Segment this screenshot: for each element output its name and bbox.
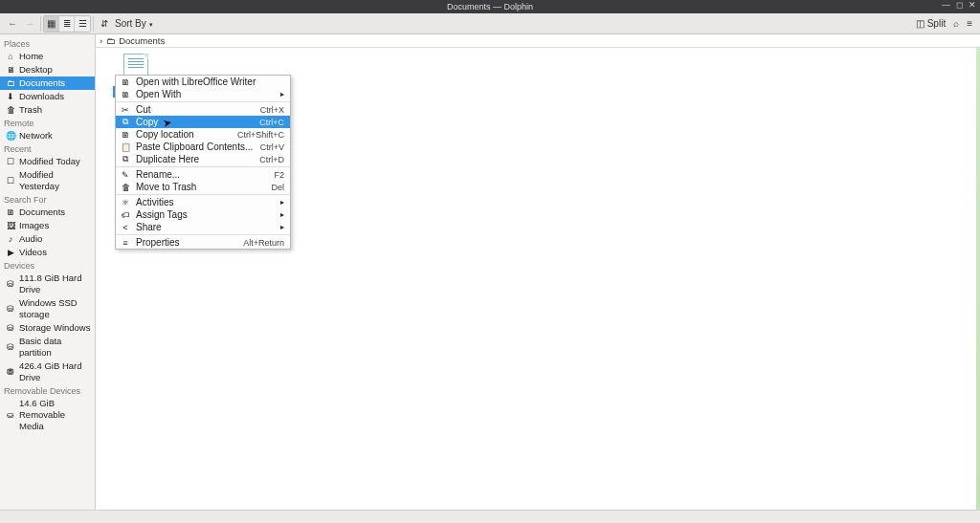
menu-item-label: Copy bbox=[136, 117, 255, 127]
sidebar-item-documents[interactable]: 🗀Documents bbox=[0, 76, 95, 90]
sidebar-item-111-8-gib-hard-drive[interactable]: ⛁111.8 GiB Hard Drive bbox=[0, 272, 95, 296]
sidebar-item-label: Trash bbox=[19, 104, 42, 116]
window-title: Documents — Dolphin bbox=[447, 2, 533, 11]
menu-item-icon: 📋 bbox=[120, 142, 131, 152]
menu-item-icon: < bbox=[120, 223, 131, 232]
breadcrumb[interactable]: › 🗀 Documents bbox=[96, 34, 980, 48]
menu-item-move-to-trash[interactable]: 🗑Move to TrashDel bbox=[116, 181, 290, 193]
file-grid[interactable]: 🗎Open with LibreOffice Writer🗎Open With▸… bbox=[96, 48, 980, 510]
sidebar-item-icon: ⛀ bbox=[6, 410, 15, 420]
sort-by-button[interactable]: Sort By ▾ bbox=[113, 18, 155, 29]
submenu-arrow-icon: ▸ bbox=[280, 198, 284, 207]
menu-item-icon: ✂ bbox=[120, 105, 131, 115]
sidebar-item-images[interactable]: 🖼Images bbox=[0, 219, 95, 232]
menu-item-icon: 🏷 bbox=[120, 210, 131, 220]
menu-item-activities[interactable]: ⚛Activities▸ bbox=[116, 196, 290, 208]
sidebar-item-downloads[interactable]: ⬇Downloads bbox=[0, 90, 95, 103]
toolbar: ← → ▦ ≣ ☰ ⇵ Sort By ▾ ◫Split ⌕ ≡ bbox=[0, 13, 980, 34]
icons-view-button[interactable]: ▦ bbox=[44, 16, 59, 32]
search-button[interactable]: ⌕ bbox=[949, 18, 963, 29]
sidebar-item-icon: ⌂ bbox=[6, 52, 15, 61]
sidebar-item-label: Network bbox=[19, 130, 53, 142]
scrollbar[interactable] bbox=[976, 48, 980, 510]
menu-item-icon: 🗑 bbox=[120, 183, 131, 192]
sidebar-item-desktop[interactable]: 🖥Desktop bbox=[0, 63, 95, 76]
sidebar-item-label: Home bbox=[19, 51, 43, 62]
menu-item-label: Share bbox=[136, 222, 276, 232]
sidebar-item-trash[interactable]: 🗑Trash bbox=[0, 103, 95, 117]
sidebar-item-icon: ♪ bbox=[6, 234, 15, 244]
sidebar-item-label: Basic data partition bbox=[19, 336, 91, 359]
menu-item-shortcut: Alt+Return bbox=[243, 238, 284, 248]
sidebar-item-modified-today[interactable]: ☐Modified Today bbox=[0, 155, 95, 168]
menu-item-open-with-libreoffice-writer[interactable]: 🗎Open with LibreOffice Writer bbox=[116, 76, 290, 88]
menu-item-shortcut: Ctrl+V bbox=[260, 142, 284, 152]
sidebar-item-icon: ▶ bbox=[6, 248, 15, 257]
sidebar-item-14-6-gib-removable-media[interactable]: ⛀14.6 GiB Removable Media bbox=[0, 397, 95, 433]
sidebar-item-storage-windows[interactable]: ⛁Storage Windows bbox=[0, 321, 95, 335]
sidebar-item-audio[interactable]: ♪Audio bbox=[0, 232, 95, 246]
sidebar-item-icon: 🗀 bbox=[6, 78, 15, 88]
menu-item-copy[interactable]: ⧉CopyCtrl+C bbox=[116, 116, 290, 128]
menu-item-copy-location[interactable]: 🗎Copy locationCtrl+Shift+C bbox=[116, 128, 290, 141]
sidebar-item-windows-ssd-storage[interactable]: ⛁Windows SSD storage bbox=[0, 296, 95, 321]
sidebar-item-426-4-gib-hard-drive[interactable]: ⛃426.4 GiB Hard Drive bbox=[0, 360, 95, 384]
sidebar-item-label: Modified Today bbox=[19, 156, 80, 167]
sidebar-item-label: Documents bbox=[19, 77, 65, 89]
hamburger-menu-button[interactable]: ≡ bbox=[963, 18, 976, 29]
menu-item-properties[interactable]: ≡PropertiesAlt+Return bbox=[116, 236, 290, 249]
submenu-arrow-icon: ▸ bbox=[280, 210, 284, 219]
minimize-icon[interactable]: — bbox=[942, 0, 950, 10]
menu-item-label: Duplicate Here bbox=[136, 154, 255, 164]
menu-item-shortcut: Ctrl+C bbox=[259, 118, 284, 127]
sidebar-item-label: Desktop bbox=[19, 64, 53, 76]
menu-item-label: Properties bbox=[136, 237, 238, 248]
view-mode-group: ▦ ≣ ☰ bbox=[43, 15, 91, 33]
menu-item-shortcut: Ctrl+Shift+C bbox=[237, 130, 284, 140]
sidebar-item-modified-yesterday[interactable]: ☐Modified Yesterday bbox=[0, 168, 95, 193]
compact-view-button[interactable]: ≣ bbox=[59, 16, 75, 32]
menu-item-icon: 🗎 bbox=[120, 77, 131, 87]
sidebar-item-label: Documents bbox=[19, 207, 65, 218]
menu-item-cut[interactable]: ✂CutCtrl+X bbox=[116, 103, 290, 116]
context-menu: 🗎Open with LibreOffice Writer🗎Open With▸… bbox=[115, 75, 291, 250]
separator bbox=[93, 16, 94, 32]
submenu-arrow-icon: ▸ bbox=[280, 223, 284, 231]
sidebar-item-home[interactable]: ⌂Home bbox=[0, 50, 95, 63]
back-button[interactable]: ← bbox=[4, 15, 21, 33]
sidebar-item-videos[interactable]: ▶Videos bbox=[0, 246, 95, 259]
menu-item-shortcut: F2 bbox=[274, 170, 284, 180]
removable-header: Removable Devices bbox=[0, 384, 95, 397]
sidebar-item-label: 426.4 GiB Hard Drive bbox=[19, 360, 91, 383]
close-icon[interactable]: ✕ bbox=[969, 0, 976, 10]
sidebar-item-icon: 🗎 bbox=[6, 207, 15, 217]
sidebar-item-icon: ☐ bbox=[6, 157, 15, 166]
details-view-button[interactable]: ☰ bbox=[75, 16, 90, 32]
menu-item-icon: ⧉ bbox=[120, 117, 131, 127]
breadcrumb-sep: › bbox=[100, 35, 102, 46]
sidebar-item-documents[interactable]: 🗎Documents bbox=[0, 206, 95, 219]
places-panel: Places ⌂Home🖥Desktop🗀Documents⬇Downloads… bbox=[0, 34, 96, 510]
menu-item-duplicate-here[interactable]: ⧉Duplicate HereCtrl+D bbox=[116, 153, 290, 165]
breadcrumb-current[interactable]: 🗀 Documents bbox=[106, 35, 165, 46]
menu-item-rename-[interactable]: ✎Rename...F2 bbox=[116, 168, 290, 181]
sidebar-item-label: Downloads bbox=[19, 91, 64, 102]
devices-header: Devices bbox=[0, 259, 95, 272]
sidebar-item-icon: ⛁ bbox=[6, 323, 15, 333]
menu-item-shortcut: Ctrl+D bbox=[259, 155, 284, 164]
sidebar-item-network[interactable]: 🌐Network bbox=[0, 129, 95, 142]
remote-header: Remote bbox=[0, 117, 95, 129]
forward-button[interactable]: → bbox=[21, 15, 38, 33]
menu-item-assign-tags[interactable]: 🏷Assign Tags▸ bbox=[116, 208, 290, 221]
sidebar-item-label: 111.8 GiB Hard Drive bbox=[19, 272, 91, 295]
menu-item-share[interactable]: <Share▸ bbox=[116, 221, 290, 233]
menu-item-label: Activities bbox=[136, 197, 276, 207]
split-button[interactable]: ◫Split bbox=[912, 18, 949, 29]
menu-item-icon: ⧉ bbox=[120, 154, 131, 164]
menu-item-open-with[interactable]: 🗎Open With▸ bbox=[116, 88, 290, 100]
maximize-icon[interactable]: ◻ bbox=[956, 0, 963, 10]
sidebar-item-basic-data-partition[interactable]: ⛁Basic data partition bbox=[0, 335, 95, 360]
search-header: Search For bbox=[0, 193, 95, 206]
menu-item-label: Paste Clipboard Contents... bbox=[136, 142, 256, 152]
menu-item-paste-clipboard-contents-[interactable]: 📋Paste Clipboard Contents...Ctrl+V bbox=[116, 141, 290, 153]
